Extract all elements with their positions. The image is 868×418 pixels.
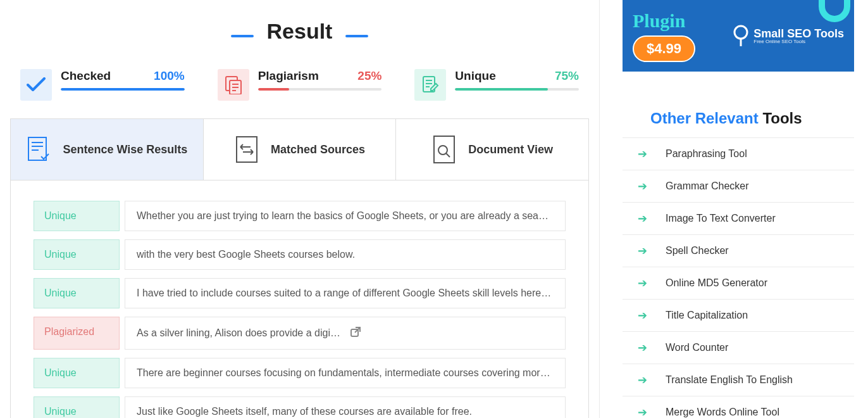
swap-doc-icon [234,136,259,163]
tool-item[interactable]: ➔Translate English To English [623,364,854,396]
tool-item[interactable]: ➔Title Capitalization [623,300,854,332]
stat-checked-label: Checked [61,69,111,83]
result-row: PlagiarizedAs a silver lining, Alison do… [34,317,566,350]
arrow-right-icon: ➔ [638,147,649,161]
result-sentence[interactable]: Whether you are just trying to learn the… [125,201,566,231]
result-title: Result [267,19,333,44]
ad-banner[interactable]: Plugin $4.99 Small SEO Tools Free Online… [623,0,854,72]
result-tag-unique: Unique [34,358,120,388]
list-check-icon [26,136,51,163]
stats-row: Checked 100% Plagiarism 25% [10,69,589,118]
svg-rect-16 [434,136,454,163]
result-row: Uniquewith the very best Google Sheets c… [34,239,566,270]
tool-item-label: Spell Checker [666,245,729,256]
ad-logo-main: Small SEO Tools [753,28,844,39]
tab-document-label: Document View [468,143,553,156]
result-row: UniqueWhether you are just trying to lea… [34,201,566,231]
doc-search-icon [431,136,457,163]
arrow-right-icon: ➔ [638,308,649,322]
result-row: UniqueThere are beginner courses focusin… [34,358,566,388]
tool-item[interactable]: ➔Image To Text Converter [623,203,854,235]
result-sentence-text: Whether you are just trying to learn the… [137,210,554,222]
stat-plagiarism-value: 25% [357,69,381,83]
arrow-right-icon: ➔ [638,179,649,193]
tool-item[interactable]: ➔Paraphrasing Tool [623,138,854,170]
tool-item-label: Translate English To English [666,374,793,386]
stat-plagiarism: Plagiarism 25% [218,69,382,101]
ad-headline: Plugin [633,10,723,32]
stat-checked-value: 100% [154,69,185,83]
dash-right [345,35,368,37]
result-sentence-text: with the very best Google Sheets courses… [137,249,554,260]
stat-plagiarism-bar [258,88,382,91]
arrow-right-icon: ➔ [638,212,649,225]
svg-rect-13 [237,137,257,162]
svg-point-17 [438,146,447,155]
arrow-right-icon: ➔ [638,405,649,418]
magnifier-icon [732,25,750,48]
arrow-right-icon: ➔ [638,244,649,258]
sidebar: Plugin $4.99 Small SEO Tools Free Online… [600,0,868,418]
dash-left [231,35,254,37]
stat-checked: Checked 100% [20,69,185,101]
arrow-right-icon: ➔ [638,341,649,355]
check-icon [20,69,52,101]
external-link-icon[interactable] [350,326,554,340]
copy-icon [218,69,249,101]
tool-item[interactable]: ➔Grammar Checker [623,170,854,203]
stat-unique-bar [455,88,579,91]
result-sentence[interactable]: I have tried to include courses suited t… [125,278,566,308]
result-sentence[interactable]: Just like Google Sheets itself, many of … [125,396,566,418]
tool-item[interactable]: ➔Word Counter [623,332,854,364]
tab-sentence-wise[interactable]: Sentence Wise Results [11,119,204,180]
u-shape-icon [819,0,850,25]
stat-unique: Unique 75% [414,69,579,101]
arrow-right-icon: ➔ [638,276,649,290]
result-tag-plagiarized: Plagiarized [34,317,120,350]
tool-item-label: Merge Words Online Tool [666,407,779,418]
tab-matched-label: Matched Sources [271,143,365,156]
stat-unique-label: Unique [455,69,495,83]
result-tag-unique: Unique [34,396,120,418]
arrow-right-icon: ➔ [638,373,649,387]
result-row: UniqueI have tried to include courses su… [34,278,566,308]
result-sentence-text: Just like Google Sheets itself, many of … [137,406,554,417]
result-sentence-text: I have tried to include courses suited t… [137,288,554,299]
ad-price: $4.99 [633,35,695,62]
result-sentence-text: There are beginner courses focusing on f… [137,367,554,379]
ad-logo-sub: Free Online SEO Tools [753,39,844,44]
main-content: Result Checked 100% [0,0,600,418]
result-tag-unique: Unique [34,278,120,308]
tab-sentence-label: Sentence Wise Results [63,143,187,156]
tool-item[interactable]: ➔Online MD5 Generator [623,267,854,300]
tool-item-label: Image To Text Converter [666,213,776,224]
tool-item[interactable]: ➔Merge Words Online Tool [623,396,854,418]
tool-item-label: Online MD5 Generator [666,277,767,289]
result-tag-unique: Unique [34,201,120,231]
tools-heading-blue: Other Relevant [650,110,759,127]
stat-checked-bar [61,88,185,91]
tool-item-label: Title Capitalization [666,310,748,321]
ad-logo: Small SEO Tools Free Online SEO Tools [732,25,844,48]
result-sentence-text: As a silver lining, Alison does provide … [137,327,341,339]
stat-unique-value: 75% [555,69,579,83]
note-edit-icon [414,69,446,101]
result-sentence[interactable]: There are beginner courses focusing on f… [125,358,566,388]
tool-item-label: Paraphrasing Tool [666,148,747,160]
tool-item-label: Word Counter [666,342,728,353]
result-header: Result [10,19,589,44]
tool-list: ➔Paraphrasing Tool➔Grammar Checker➔Image… [623,137,854,418]
tools-heading: Other Relevant Tools [623,97,854,137]
tab-document-view[interactable]: Document View [396,119,588,180]
result-sentence[interactable]: As a silver lining, Alison does provide … [125,317,566,350]
tool-item[interactable]: ➔Spell Checker [623,235,854,267]
svg-rect-9 [28,137,46,160]
results-panel: UniqueWhether you are just trying to lea… [10,180,589,418]
result-tabs: Sentence Wise Results Matched Sources Do… [10,118,589,180]
svg-point-20 [735,26,747,39]
result-tag-unique: Unique [34,239,120,270]
result-sentence[interactable]: with the very best Google Sheets courses… [125,239,566,270]
result-row: UniqueJust like Google Sheets itself, ma… [34,396,566,418]
tools-heading-dark: Tools [762,110,802,127]
tab-matched-sources[interactable]: Matched Sources [204,119,397,180]
